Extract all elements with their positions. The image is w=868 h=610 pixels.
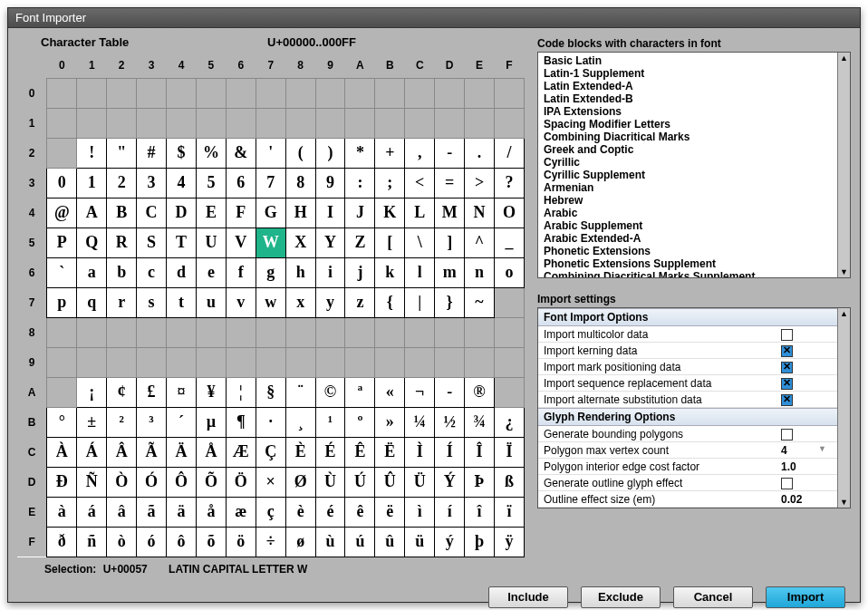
- glyph-cell[interactable]: F: [226, 198, 256, 228]
- glyph-cell[interactable]: ì: [405, 497, 435, 527]
- glyph-cell[interactable]: [285, 347, 315, 377]
- glyph-cell[interactable]: Y: [315, 228, 345, 257]
- setting-value[interactable]: 0.02: [781, 493, 802, 506]
- glyph-cell[interactable]: M: [435, 198, 465, 228]
- glyph-cell[interactable]: Æ: [226, 437, 256, 467]
- glyph-cell[interactable]: À: [47, 437, 77, 467]
- glyph-cell[interactable]: w: [256, 287, 285, 317]
- glyph-cell[interactable]: A: [77, 198, 107, 228]
- glyph-cell[interactable]: [435, 78, 465, 108]
- glyph-cell[interactable]: Q: [77, 228, 107, 257]
- dropdown-arrow-icon[interactable]: ▼: [818, 444, 826, 453]
- glyph-cell[interactable]: ñ: [77, 527, 107, 557]
- glyph-cell[interactable]: [315, 78, 345, 108]
- glyph-cell[interactable]: j: [345, 257, 375, 287]
- glyph-cell[interactable]: x: [285, 287, 315, 317]
- glyph-cell[interactable]: [137, 108, 167, 138]
- glyph-cell[interactable]: -: [435, 377, 465, 407]
- checkbox[interactable]: [781, 478, 793, 489]
- glyph-cell[interactable]: »: [375, 407, 405, 437]
- glyph-cell[interactable]: [405, 78, 435, 108]
- glyph-cell[interactable]: ": [107, 138, 137, 168]
- glyph-cell[interactable]: [315, 347, 345, 377]
- glyph-cell[interactable]: u: [196, 287, 226, 317]
- glyph-cell[interactable]: ú: [345, 527, 375, 557]
- glyph-cell[interactable]: ö: [226, 527, 256, 557]
- glyph-cell[interactable]: Ù: [315, 467, 345, 497]
- glyph-cell[interactable]: [196, 317, 226, 347]
- scroll-down-icon[interactable]: ▼: [839, 497, 850, 508]
- glyph-cell[interactable]: ü: [405, 527, 435, 557]
- glyph-cell[interactable]: %: [196, 138, 226, 168]
- glyph-cell[interactable]: [137, 347, 167, 377]
- glyph-cell[interactable]: c: [137, 257, 167, 287]
- glyph-cell[interactable]: [285, 317, 315, 347]
- glyph-cell[interactable]: a: [77, 257, 107, 287]
- glyph-cell[interactable]: ´: [167, 407, 197, 437]
- glyph-cell[interactable]: ~: [465, 287, 495, 317]
- glyph-cell[interactable]: [375, 347, 405, 377]
- glyph-cell[interactable]: 6: [226, 168, 256, 198]
- glyph-cell[interactable]: [77, 347, 107, 377]
- glyph-cell[interactable]: â: [107, 497, 137, 527]
- glyph-cell[interactable]: J: [345, 198, 375, 228]
- glyph-cell[interactable]: ÿ: [494, 527, 524, 557]
- glyph-cell[interactable]: `: [47, 257, 77, 287]
- include-button[interactable]: Include: [488, 586, 568, 608]
- glyph-cell[interactable]: º: [345, 407, 375, 437]
- glyph-cell[interactable]: [: [375, 228, 405, 257]
- glyph-cell[interactable]: [167, 108, 197, 138]
- glyph-cell[interactable]: B: [107, 198, 137, 228]
- glyph-cell[interactable]: [315, 317, 345, 347]
- glyph-cell[interactable]: H: [285, 198, 315, 228]
- glyph-cell[interactable]: Ì: [405, 437, 435, 467]
- glyph-cell[interactable]: 4: [167, 168, 197, 198]
- glyph-cell[interactable]: [137, 78, 167, 108]
- glyph-cell[interactable]: Ú: [345, 467, 375, 497]
- glyph-cell[interactable]: !: [77, 138, 107, 168]
- glyph-cell[interactable]: ]: [435, 228, 465, 257]
- glyph-cell[interactable]: æ: [226, 497, 256, 527]
- setting-value[interactable]: 4: [781, 444, 787, 457]
- glyph-cell[interactable]: L: [405, 198, 435, 228]
- glyph-cell[interactable]: T: [167, 228, 197, 257]
- glyph-cell[interactable]: [196, 108, 226, 138]
- checkbox[interactable]: [781, 394, 793, 406]
- glyph-cell[interactable]: q: [77, 287, 107, 317]
- glyph-cell[interactable]: \: [405, 228, 435, 257]
- glyph-cell[interactable]: 2: [107, 168, 137, 198]
- glyph-cell[interactable]: o: [494, 257, 524, 287]
- glyph-cell[interactable]: ½: [435, 407, 465, 437]
- glyph-cell[interactable]: Õ: [196, 467, 226, 497]
- character-table[interactable]: 0123456789ABCDEF012!"#$%&'()*+,-./301234…: [17, 53, 525, 557]
- glyph-cell[interactable]: [47, 108, 77, 138]
- glyph-cell[interactable]: ³: [137, 407, 167, 437]
- glyph-cell[interactable]: Ë: [375, 437, 405, 467]
- glyph-cell[interactable]: ®: [465, 377, 495, 407]
- glyph-cell[interactable]: (: [285, 138, 315, 168]
- glyph-cell[interactable]: 0: [47, 168, 77, 198]
- glyph-cell[interactable]: +: [375, 138, 405, 168]
- checkbox[interactable]: [781, 429, 793, 441]
- glyph-cell[interactable]: ÷: [256, 527, 285, 557]
- glyph-cell[interactable]: ²: [107, 407, 137, 437]
- glyph-cell[interactable]: K: [375, 198, 405, 228]
- glyph-cell[interactable]: ª: [345, 377, 375, 407]
- codeblock-item[interactable]: Latin Extended-A: [542, 80, 834, 92]
- glyph-cell[interactable]: [494, 108, 524, 138]
- glyph-cell[interactable]: <: [405, 168, 435, 198]
- glyph-cell[interactable]: z: [345, 287, 375, 317]
- glyph-cell[interactable]: g: [256, 257, 285, 287]
- glyph-cell[interactable]: [494, 287, 524, 317]
- glyph-cell[interactable]: [47, 138, 77, 168]
- glyph-cell[interactable]: [196, 347, 226, 377]
- glyph-cell[interactable]: [226, 78, 256, 108]
- glyph-cell[interactable]: ï: [494, 497, 524, 527]
- codeblock-item[interactable]: Latin Extended-B: [542, 92, 834, 105]
- scroll-down-icon[interactable]: ▼: [839, 266, 850, 277]
- glyph-cell[interactable]: ±: [77, 407, 107, 437]
- glyph-cell[interactable]: [226, 108, 256, 138]
- glyph-cell[interactable]: ^: [465, 228, 495, 257]
- glyph-cell[interactable]: Ê: [345, 437, 375, 467]
- codeblock-item[interactable]: Latin-1 Supplement: [542, 67, 834, 80]
